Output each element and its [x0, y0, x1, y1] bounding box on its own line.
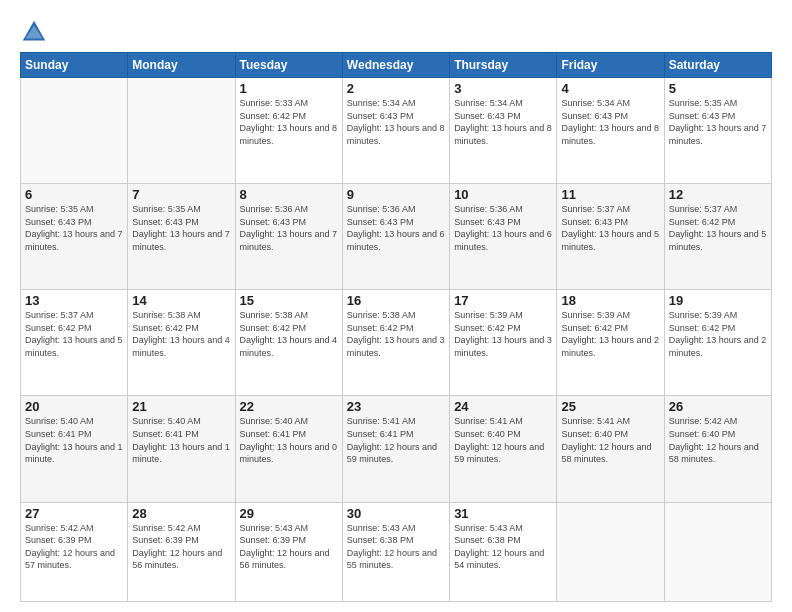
day-info: Sunrise: 5:35 AMSunset: 6:43 PMDaylight:…	[669, 97, 767, 147]
day-number: 2	[347, 81, 445, 96]
day-info: Sunrise: 5:36 AMSunset: 6:43 PMDaylight:…	[347, 203, 445, 253]
day-number: 23	[347, 399, 445, 414]
day-info: Sunrise: 5:35 AMSunset: 6:43 PMDaylight:…	[132, 203, 230, 253]
calendar-cell: 9Sunrise: 5:36 AMSunset: 6:43 PMDaylight…	[342, 184, 449, 290]
calendar-header-thursday: Thursday	[450, 53, 557, 78]
calendar-cell: 29Sunrise: 5:43 AMSunset: 6:39 PMDayligh…	[235, 502, 342, 602]
calendar-cell: 2Sunrise: 5:34 AMSunset: 6:43 PMDaylight…	[342, 78, 449, 184]
calendar-week-row: 6Sunrise: 5:35 AMSunset: 6:43 PMDaylight…	[21, 184, 772, 290]
calendar-cell: 15Sunrise: 5:38 AMSunset: 6:42 PMDayligh…	[235, 290, 342, 396]
day-info: Sunrise: 5:43 AMSunset: 6:38 PMDaylight:…	[454, 522, 552, 572]
calendar-cell: 27Sunrise: 5:42 AMSunset: 6:39 PMDayligh…	[21, 502, 128, 602]
day-info: Sunrise: 5:39 AMSunset: 6:42 PMDaylight:…	[454, 309, 552, 359]
calendar-cell: 23Sunrise: 5:41 AMSunset: 6:41 PMDayligh…	[342, 396, 449, 502]
day-number: 22	[240, 399, 338, 414]
day-number: 27	[25, 506, 123, 521]
calendar-header-tuesday: Tuesday	[235, 53, 342, 78]
day-info: Sunrise: 5:41 AMSunset: 6:41 PMDaylight:…	[347, 415, 445, 465]
calendar-cell: 10Sunrise: 5:36 AMSunset: 6:43 PMDayligh…	[450, 184, 557, 290]
day-info: Sunrise: 5:42 AMSunset: 6:39 PMDaylight:…	[132, 522, 230, 572]
day-number: 10	[454, 187, 552, 202]
calendar-cell: 20Sunrise: 5:40 AMSunset: 6:41 PMDayligh…	[21, 396, 128, 502]
day-number: 30	[347, 506, 445, 521]
header	[20, 18, 772, 46]
day-number: 31	[454, 506, 552, 521]
day-info: Sunrise: 5:40 AMSunset: 6:41 PMDaylight:…	[25, 415, 123, 465]
day-number: 16	[347, 293, 445, 308]
calendar-cell	[664, 502, 771, 602]
page: SundayMondayTuesdayWednesdayThursdayFrid…	[0, 0, 792, 612]
calendar-cell: 21Sunrise: 5:40 AMSunset: 6:41 PMDayligh…	[128, 396, 235, 502]
day-info: Sunrise: 5:37 AMSunset: 6:43 PMDaylight:…	[561, 203, 659, 253]
calendar-cell: 5Sunrise: 5:35 AMSunset: 6:43 PMDaylight…	[664, 78, 771, 184]
calendar-header-monday: Monday	[128, 53, 235, 78]
day-number: 19	[669, 293, 767, 308]
calendar-cell: 7Sunrise: 5:35 AMSunset: 6:43 PMDaylight…	[128, 184, 235, 290]
calendar-header-wednesday: Wednesday	[342, 53, 449, 78]
calendar-cell: 16Sunrise: 5:38 AMSunset: 6:42 PMDayligh…	[342, 290, 449, 396]
day-info: Sunrise: 5:39 AMSunset: 6:42 PMDaylight:…	[669, 309, 767, 359]
day-info: Sunrise: 5:40 AMSunset: 6:41 PMDaylight:…	[240, 415, 338, 465]
day-number: 25	[561, 399, 659, 414]
calendar-week-row: 1Sunrise: 5:33 AMSunset: 6:42 PMDaylight…	[21, 78, 772, 184]
calendar-cell: 30Sunrise: 5:43 AMSunset: 6:38 PMDayligh…	[342, 502, 449, 602]
calendar-header-friday: Friday	[557, 53, 664, 78]
calendar-cell: 4Sunrise: 5:34 AMSunset: 6:43 PMDaylight…	[557, 78, 664, 184]
calendar-cell: 28Sunrise: 5:42 AMSunset: 6:39 PMDayligh…	[128, 502, 235, 602]
calendar-cell: 3Sunrise: 5:34 AMSunset: 6:43 PMDaylight…	[450, 78, 557, 184]
day-info: Sunrise: 5:37 AMSunset: 6:42 PMDaylight:…	[669, 203, 767, 253]
day-info: Sunrise: 5:34 AMSunset: 6:43 PMDaylight:…	[454, 97, 552, 147]
day-number: 1	[240, 81, 338, 96]
day-number: 24	[454, 399, 552, 414]
day-info: Sunrise: 5:33 AMSunset: 6:42 PMDaylight:…	[240, 97, 338, 147]
calendar-table: SundayMondayTuesdayWednesdayThursdayFrid…	[20, 52, 772, 602]
day-number: 15	[240, 293, 338, 308]
day-info: Sunrise: 5:37 AMSunset: 6:42 PMDaylight:…	[25, 309, 123, 359]
calendar-week-row: 13Sunrise: 5:37 AMSunset: 6:42 PMDayligh…	[21, 290, 772, 396]
logo-icon	[20, 18, 48, 46]
calendar-cell: 22Sunrise: 5:40 AMSunset: 6:41 PMDayligh…	[235, 396, 342, 502]
calendar-cell: 19Sunrise: 5:39 AMSunset: 6:42 PMDayligh…	[664, 290, 771, 396]
day-info: Sunrise: 5:38 AMSunset: 6:42 PMDaylight:…	[240, 309, 338, 359]
day-number: 18	[561, 293, 659, 308]
day-number: 29	[240, 506, 338, 521]
day-info: Sunrise: 5:42 AMSunset: 6:39 PMDaylight:…	[25, 522, 123, 572]
calendar-cell	[21, 78, 128, 184]
calendar-cell: 25Sunrise: 5:41 AMSunset: 6:40 PMDayligh…	[557, 396, 664, 502]
calendar-week-row: 27Sunrise: 5:42 AMSunset: 6:39 PMDayligh…	[21, 502, 772, 602]
calendar-cell: 13Sunrise: 5:37 AMSunset: 6:42 PMDayligh…	[21, 290, 128, 396]
calendar-cell: 14Sunrise: 5:38 AMSunset: 6:42 PMDayligh…	[128, 290, 235, 396]
day-number: 7	[132, 187, 230, 202]
calendar-cell: 11Sunrise: 5:37 AMSunset: 6:43 PMDayligh…	[557, 184, 664, 290]
day-number: 3	[454, 81, 552, 96]
day-number: 11	[561, 187, 659, 202]
calendar-week-row: 20Sunrise: 5:40 AMSunset: 6:41 PMDayligh…	[21, 396, 772, 502]
day-info: Sunrise: 5:39 AMSunset: 6:42 PMDaylight:…	[561, 309, 659, 359]
calendar-header-saturday: Saturday	[664, 53, 771, 78]
day-info: Sunrise: 5:36 AMSunset: 6:43 PMDaylight:…	[240, 203, 338, 253]
day-number: 28	[132, 506, 230, 521]
day-number: 14	[132, 293, 230, 308]
day-info: Sunrise: 5:38 AMSunset: 6:42 PMDaylight:…	[347, 309, 445, 359]
calendar-cell	[128, 78, 235, 184]
day-number: 8	[240, 187, 338, 202]
day-info: Sunrise: 5:34 AMSunset: 6:43 PMDaylight:…	[347, 97, 445, 147]
day-info: Sunrise: 5:41 AMSunset: 6:40 PMDaylight:…	[454, 415, 552, 465]
calendar-cell: 6Sunrise: 5:35 AMSunset: 6:43 PMDaylight…	[21, 184, 128, 290]
day-info: Sunrise: 5:34 AMSunset: 6:43 PMDaylight:…	[561, 97, 659, 147]
calendar-cell: 1Sunrise: 5:33 AMSunset: 6:42 PMDaylight…	[235, 78, 342, 184]
day-number: 26	[669, 399, 767, 414]
day-info: Sunrise: 5:38 AMSunset: 6:42 PMDaylight:…	[132, 309, 230, 359]
day-info: Sunrise: 5:41 AMSunset: 6:40 PMDaylight:…	[561, 415, 659, 465]
day-number: 20	[25, 399, 123, 414]
day-number: 6	[25, 187, 123, 202]
calendar-cell: 12Sunrise: 5:37 AMSunset: 6:42 PMDayligh…	[664, 184, 771, 290]
day-info: Sunrise: 5:43 AMSunset: 6:38 PMDaylight:…	[347, 522, 445, 572]
day-info: Sunrise: 5:35 AMSunset: 6:43 PMDaylight:…	[25, 203, 123, 253]
day-number: 13	[25, 293, 123, 308]
calendar-header-sunday: Sunday	[21, 53, 128, 78]
calendar-header-row: SundayMondayTuesdayWednesdayThursdayFrid…	[21, 53, 772, 78]
day-number: 12	[669, 187, 767, 202]
day-number: 21	[132, 399, 230, 414]
logo	[20, 18, 52, 46]
